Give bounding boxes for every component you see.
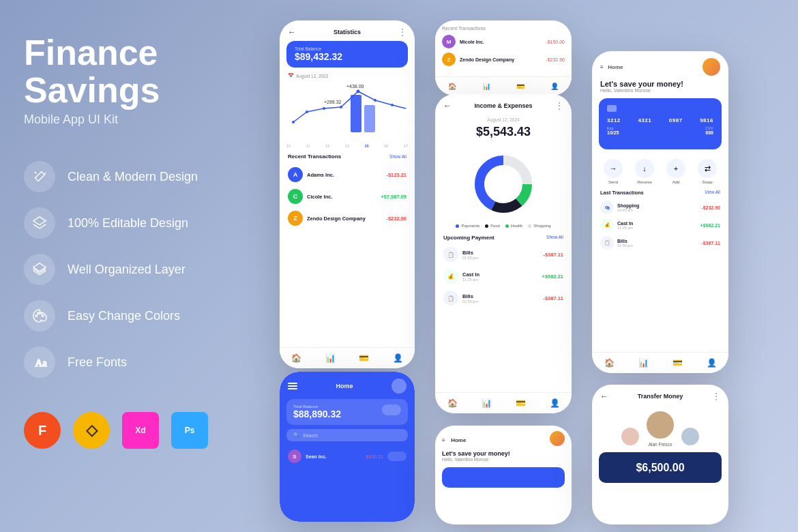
svg-text:+289.32: +289.32 [324, 100, 342, 104]
credit-card: 3212 4321 0987 9816 Exp 10/25 CVV 888 [599, 98, 722, 149]
stats-date: 📅 August 12, 2022 [280, 73, 415, 81]
send-action[interactable]: → Send [604, 159, 623, 184]
dark-trans-1: S Sean Inc. -$100.21 [280, 447, 415, 466]
tool-icons-row: F ◇ Xd Ps [24, 412, 235, 449]
hl-chart-nav[interactable]: 📊 [638, 358, 649, 368]
hl-home-nav[interactable]: 🏠 [604, 358, 615, 368]
swap-btn[interactable]: ⇄ [698, 159, 717, 178]
phone-home-light: ≡ Home Let's save your money! Hello, Val… [592, 51, 728, 373]
svg-line-0 [44, 173, 46, 175]
svg-marker-2 [33, 217, 46, 225]
feature-free-fonts: Aa Free Fonts [24, 346, 235, 378]
income-header: ← Income & Expenses ⋮ [435, 94, 572, 115]
home-nav-icon[interactable]: 🏠 [291, 353, 301, 363]
svg-point-5 [38, 312, 40, 314]
add-btn[interactable]: + [666, 159, 685, 178]
income-back-icon: ← [443, 101, 452, 110]
action-row: → Send ↓ Receive + Add ⇄ Swap [592, 152, 728, 188]
svg-point-12 [340, 106, 342, 108]
trans-avatar: Z [288, 211, 303, 226]
feature-editable-design: 100% Editable Design [24, 207, 235, 239]
chart-nav2-icon[interactable]: 📊 [482, 83, 490, 90]
send-btn[interactable]: → [604, 159, 623, 178]
income-chart-nav[interactable]: 📊 [482, 398, 492, 408]
transactions-header: Recent Transactions Show All [280, 148, 415, 164]
stats-chart: +289.32 +438.00 [280, 81, 415, 143]
receive-btn[interactable]: ↓ [635, 159, 654, 178]
app-title: Finance Savings [24, 34, 235, 108]
income-card-nav[interactable]: 💳 [516, 398, 526, 408]
trans-avatar: A [288, 167, 303, 182]
transaction-item: C Cicole Inc. +$7,987.09 [280, 186, 415, 207]
dark-avatar [391, 379, 407, 394]
card-chip [607, 105, 617, 112]
home-subgreeting: Hello, Valentino Morose [600, 88, 720, 93]
dark-search-bar[interactable]: 🔍 Search [286, 429, 408, 441]
transfer-title: Transfer Money [638, 393, 683, 400]
wand-icon [24, 161, 55, 192]
income-title: Income & Expenses [474, 102, 532, 109]
dark-home-title: Home [336, 383, 353, 389]
phones-area: ← Statistics ⋮ Total Balance $89,432.32 … [259, 0, 798, 532]
phone-top-stats: Recent Transactions M Micole Inc. -$150.… [435, 20, 572, 95]
xd-icon: Xd [122, 412, 159, 449]
last-trans-header: Last Transactions View All [592, 188, 728, 198]
hamburger-icon[interactable] [288, 383, 297, 389]
svg-point-25 [488, 169, 518, 199]
hl-card-nav[interactable]: 💳 [673, 358, 683, 368]
profile-nav2-icon[interactable]: 👤 [550, 83, 559, 90]
transaction-item: A Adams Inc. -$123.21 [280, 164, 415, 186]
profile-nav-icon[interactable]: 👤 [393, 353, 403, 363]
transfer-dots-icon: ⋮ [712, 391, 720, 401]
svg-point-15 [391, 104, 394, 106]
chart-nav-icon[interactable]: 📊 [325, 353, 336, 363]
add-action[interactable]: + Add [666, 159, 685, 184]
svg-rect-18 [351, 95, 361, 132]
legend-row: Payments Food Health Shopping [435, 221, 572, 231]
transfer-avatar-3 [680, 426, 700, 447]
donut-chart-container [435, 145, 572, 221]
upcoming-header: Upcoming Payment Show All [435, 231, 572, 243]
home-greeting: Let's save your money! [600, 80, 720, 88]
font-icon: Aa [24, 346, 55, 378]
swap-action[interactable]: ⇄ Swap [698, 159, 717, 184]
svg-point-13 [357, 90, 360, 93]
svg-rect-19 [364, 105, 375, 132]
upcoming-show-all[interactable]: Show All [546, 235, 563, 241]
card-nav2-icon[interactable]: 💳 [516, 83, 524, 90]
chart-labels: 10111213151617 [280, 143, 415, 148]
income-date: August 12, 2024 [435, 115, 572, 123]
income-trans-3: 📋 Bills 01:50 pm -$387.11 [435, 287, 572, 309]
show-all-link[interactable]: Show All [389, 154, 407, 159]
income-profile-nav[interactable]: 👤 [550, 398, 560, 408]
income-trans-1: 📋 Bills 01:50 pm -$387.11 [435, 243, 572, 265]
svg-text:Aa: Aa [35, 357, 47, 368]
home-trans-2: 💰 Cast In 11:25 am +$982.21 [592, 216, 728, 234]
last-trans-title: Last Transactions [600, 190, 644, 196]
app-subtitle: Mobile App UI Kit [24, 113, 235, 127]
phone-statistics: ← Statistics ⋮ Total Balance $89,432.32 … [280, 20, 415, 368]
receive-action[interactable]: ↓ Receive [635, 159, 654, 184]
line-chart-svg: +289.32 +438.00 [286, 81, 408, 132]
home-nav2-icon[interactable]: 🏠 [448, 83, 456, 90]
feature-easy-colors: Easy Change Colors [24, 300, 235, 331]
svg-point-10 [306, 110, 308, 113]
bottom-nav-2: 🏠 📊 💳 👤 [435, 76, 572, 95]
ps-icon: Ps [171, 412, 208, 449]
income-home-nav[interactable]: 🏠 [447, 398, 458, 408]
transfer-avatars: Alan Fresco [592, 405, 728, 448]
stats-phone-header: ← Statistics ⋮ [280, 20, 415, 41]
transfer-avatar-1 [620, 426, 640, 447]
hl-profile-nav[interactable]: 👤 [707, 358, 717, 368]
feature-label-clean: Clean & Modern Design [68, 170, 198, 184]
view-all-link[interactable]: View All [705, 190, 720, 196]
card-nav-icon[interactable]: 💳 [359, 353, 369, 363]
income-trans-2: 💰 Cast In 11:25 am +$982.21 [435, 265, 572, 287]
feature-label-fonts: Free Fonts [68, 355, 127, 370]
home-avatar [703, 58, 720, 76]
income-dots-icon: ⋮ [555, 101, 563, 110]
toggle-sm[interactable] [387, 452, 407, 461]
figma-icon: F [24, 412, 61, 449]
layers-edit-icon [24, 207, 55, 239]
feature-label-layer: Well Organized Layer [68, 263, 186, 277]
